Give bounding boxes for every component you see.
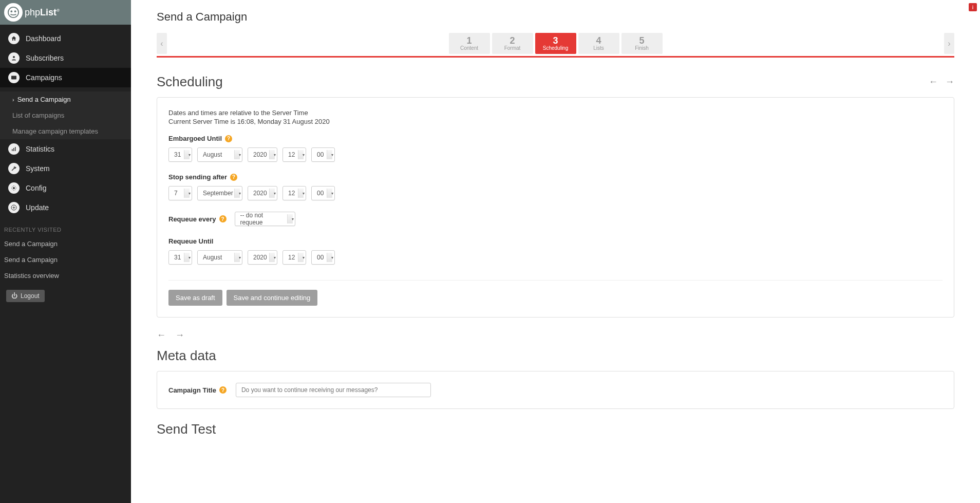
requeue-until-label: Requeue Until: [168, 237, 943, 245]
prev-arrow[interactable]: ←: [929, 77, 938, 87]
stop-minute-select[interactable]: 00: [311, 186, 335, 200]
step-lists[interactable]: 4 Lists: [578, 33, 619, 54]
send-test-heading: Send Test: [157, 421, 954, 437]
nav-config[interactable]: Config: [0, 178, 131, 198]
embargo-day-select[interactable]: 31: [168, 147, 192, 162]
stop-month-select[interactable]: September: [197, 186, 242, 200]
stop-year-select[interactable]: 2020: [248, 186, 277, 200]
recent-item[interactable]: Statistics overview: [0, 268, 131, 284]
nav-system[interactable]: System: [0, 159, 131, 178]
requeue-every-select[interactable]: -- do not requeue: [235, 212, 295, 226]
nav-label: Statistics: [26, 145, 54, 153]
wrench-icon: [8, 163, 20, 174]
stop-hour-select[interactable]: 12: [282, 186, 306, 200]
scheduling-panel: Dates and times are relative to the Serv…: [157, 97, 954, 318]
wizard-next[interactable]: ›: [944, 33, 954, 54]
subnav-label: Manage campaign templates: [12, 127, 98, 135]
nav-subscribers[interactable]: Subscribers: [0, 48, 131, 68]
embargo-minute-select[interactable]: 00: [311, 147, 335, 162]
help-icon[interactable]: ?: [219, 215, 227, 222]
subnav-label: Send a Campaign: [17, 96, 71, 103]
logo-bar: phpList®: [0, 0, 131, 25]
step-content[interactable]: 1 Content: [449, 33, 490, 54]
nav-statistics[interactable]: Statistics: [0, 139, 131, 159]
logo-text: phpList®: [25, 7, 60, 18]
wizard-prev[interactable]: ‹: [157, 33, 167, 54]
meta-panel: Campaign Title ?: [157, 371, 954, 409]
logout-button[interactable]: ⏻ Logout: [6, 290, 45, 302]
step-num: 1: [451, 36, 488, 45]
envelope-icon: [8, 72, 20, 83]
logo[interactable]: phpList®: [4, 3, 60, 22]
wizard: ‹ 1 Content 2 Format 3 Scheduling 4 List…: [157, 33, 954, 54]
nav-secondary: Statistics System Config Update: [0, 139, 131, 221]
stop-day-select[interactable]: 7: [168, 186, 192, 200]
recent-item[interactable]: Send a Campaign: [0, 236, 131, 252]
help-icon[interactable]: ?: [230, 174, 237, 181]
meta-heading: Meta data: [157, 348, 954, 364]
step-format[interactable]: 2 Format: [492, 33, 533, 54]
svg-rect-6: [15, 147, 16, 151]
svg-point-2: [14, 10, 16, 12]
server-time-value: Current Server Time is 16:08, Monday 31 …: [168, 118, 943, 125]
embargo-year-select[interactable]: 2020: [248, 147, 277, 162]
chevron-left-icon: ‹: [160, 39, 163, 48]
recent-item[interactable]: Send a Campaign: [0, 252, 131, 268]
power-icon: ⏻: [11, 292, 17, 300]
step-label: Scheduling: [537, 45, 574, 51]
sidebar: phpList® Dashboard Subscribers Campaigns…: [0, 0, 131, 503]
step-scheduling[interactable]: 3 Scheduling: [535, 33, 576, 54]
nav-label: Dashboard: [26, 34, 61, 43]
embargo-hour-select[interactable]: 12: [282, 147, 306, 162]
step-label: Finish: [624, 45, 661, 51]
subnav-campaigns: › Send a Campaign List of campaigns Mana…: [0, 91, 131, 139]
subnav-manage-templates[interactable]: Manage campaign templates: [0, 123, 131, 139]
step-label: Content: [451, 45, 488, 51]
nav-dashboard[interactable]: Dashboard: [0, 29, 131, 48]
requeue-day-select[interactable]: 31: [168, 250, 192, 265]
user-icon: [8, 52, 20, 64]
help-icon[interactable]: ?: [219, 386, 227, 394]
requeue-every-row: Requeue every ? -- do not requeue: [168, 212, 943, 226]
logo-icon: [4, 3, 23, 22]
wizard-bar: [157, 56, 954, 58]
recent-heading: RECENTLY VISITED: [0, 221, 131, 236]
step-num: 3: [537, 36, 574, 45]
requeue-month-select[interactable]: August: [197, 250, 242, 265]
svg-point-3: [13, 56, 15, 58]
subnav-send-campaign[interactable]: › Send a Campaign: [0, 91, 131, 107]
requeue-year-select[interactable]: 2020: [248, 250, 277, 265]
step-label: Format: [494, 45, 531, 51]
next-arrow[interactable]: →: [945, 77, 954, 87]
bottom-nav-arrows: ← →: [157, 330, 954, 341]
step-finish[interactable]: 5 Finish: [621, 33, 663, 54]
embargo-label: Embargoed Until ?: [168, 135, 943, 142]
subnav-label: List of campaigns: [12, 111, 64, 119]
logout-label: Logout: [21, 292, 40, 300]
nav-update[interactable]: Update: [0, 198, 131, 217]
embargo-date-row: 31 August 2020 12 00: [168, 147, 943, 162]
nav-label: Update: [26, 203, 49, 212]
info-icon: i: [972, 4, 973, 10]
next-arrow[interactable]: →: [175, 330, 184, 341]
prev-arrow[interactable]: ←: [157, 330, 166, 341]
requeue-minute-select[interactable]: 00: [311, 250, 335, 265]
help-icon[interactable]: ?: [225, 135, 232, 142]
plus-icon: [8, 202, 20, 213]
nav-label: Subscribers: [26, 54, 64, 62]
nav-campaigns[interactable]: Campaigns: [0, 68, 131, 87]
save-draft-button[interactable]: Save as draft: [168, 290, 222, 306]
campaign-title-input[interactable]: [236, 383, 431, 397]
requeue-every-label: Requeue every ?: [168, 215, 227, 223]
nav-main: Dashboard Subscribers Campaigns: [0, 25, 131, 91]
embargo-month-select[interactable]: August: [197, 147, 242, 162]
svg-rect-5: [13, 148, 14, 151]
chart-icon: [8, 143, 20, 155]
subnav-list-campaigns[interactable]: List of campaigns: [0, 107, 131, 123]
requeue-hour-select[interactable]: 12: [282, 250, 306, 265]
save-continue-button[interactable]: Save and continue editing: [227, 290, 318, 306]
notification-badge[interactable]: i: [969, 3, 977, 11]
svg-point-0: [8, 7, 18, 17]
main: i Send a Campaign ‹ 1 Content 2 Format 3…: [131, 0, 980, 503]
svg-point-7: [13, 188, 15, 189]
